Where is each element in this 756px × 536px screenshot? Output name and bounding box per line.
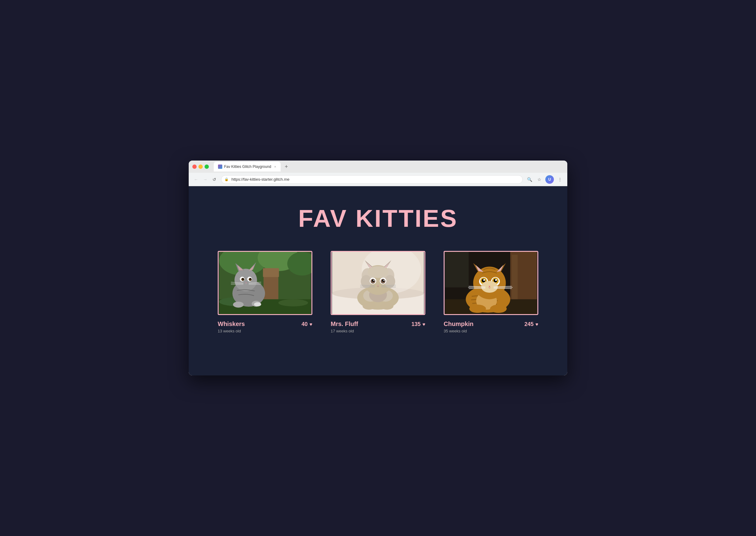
kitty-age-label-mrs-fluff: 17 weeks old <box>331 329 358 333</box>
new-tab-button[interactable]: + <box>283 164 290 170</box>
kitties-grid: Whiskers 13 weeks old 40 ♥ <box>218 251 538 333</box>
user-avatar[interactable]: U <box>545 175 554 184</box>
svg-point-65 <box>380 303 394 310</box>
kitty-info-chumpkin: Chumpkin 35 weeks old 245 ♥ <box>444 320 538 333</box>
svg-point-19 <box>242 278 244 279</box>
kitty-card-chumpkin: Chumpkin 35 weeks old 245 ♥ <box>444 251 538 333</box>
kitty-likes-count-mrs-fluff: 135 <box>411 321 421 327</box>
address-input[interactable]: 🔒 https://fav-kitties-starter.glitch.me <box>221 175 523 184</box>
browser-actions: 🔍 ☆ U ⋮ <box>526 175 564 184</box>
heart-icon-chumpkin: ♥ <box>535 322 538 327</box>
traffic-lights <box>192 164 209 169</box>
url-text: https://fav-kitties-starter.glitch.me <box>231 177 290 182</box>
page-title: FAV KITTIES <box>298 205 458 233</box>
kitty-name-label-whiskers: Whiskers <box>218 320 245 327</box>
bookmark-button[interactable]: ☆ <box>535 176 543 183</box>
menu-button[interactable]: ⋮ <box>556 176 564 183</box>
browser-tab-active[interactable]: Fav Kitties Glitch Playground × <box>214 162 281 172</box>
heart-icon-mrs-fluff: ♥ <box>423 322 426 327</box>
kitty-likes-whiskers[interactable]: 40 ♥ <box>301 321 312 327</box>
security-lock-icon: 🔒 <box>224 177 229 181</box>
kitty-image-mrs-fluff <box>331 251 425 315</box>
title-bar: Fav Kitties Glitch Playground × + <box>189 160 567 173</box>
maximize-window-button[interactable] <box>205 164 209 169</box>
svg-point-95 <box>490 305 506 313</box>
kitty-likes-chumpkin[interactable]: 245 ♥ <box>524 321 538 327</box>
kitty-card-mrs-fluff: Mrs. Fluff 17 weeks old 135 ♥ <box>331 251 425 333</box>
reload-button[interactable]: ↺ <box>211 176 218 183</box>
svg-point-55 <box>373 280 374 281</box>
svg-line-93 <box>494 288 512 288</box>
kitty-card-whiskers: Whiskers 13 weeks old 40 ♥ <box>218 251 312 333</box>
svg-point-56 <box>383 280 384 281</box>
tab-bar: Fav Kitties Glitch Playground × + <box>214 162 564 172</box>
svg-point-94 <box>469 305 486 313</box>
back-button[interactable]: ← <box>192 176 200 183</box>
kitty-age-label-chumpkin: 35 weeks old <box>444 329 473 333</box>
svg-rect-67 <box>445 252 469 287</box>
forward-button[interactable]: → <box>201 176 209 183</box>
kitty-name-label-chumpkin: Chumpkin <box>444 320 473 327</box>
svg-point-48 <box>368 266 388 278</box>
kitty-age-label-whiskers: 13 weeks old <box>218 329 245 333</box>
svg-point-8 <box>278 299 308 306</box>
page-content: FAV KITTIES <box>189 186 567 376</box>
svg-point-28 <box>233 302 244 307</box>
kitty-image-whiskers <box>218 251 312 315</box>
tab-favicon-icon <box>218 164 222 169</box>
nav-buttons: ← → ↺ <box>192 176 218 183</box>
svg-point-64 <box>362 303 376 310</box>
svg-rect-5 <box>263 268 279 277</box>
kitty-name-label-mrs-fluff: Mrs. Fluff <box>331 320 358 327</box>
svg-point-85 <box>495 279 497 281</box>
kitty-info-mrs-fluff: Mrs. Fluff 17 weeks old 135 ♥ <box>331 320 425 333</box>
kitty-name-age-mrs-fluff: Mrs. Fluff 17 weeks old <box>331 320 358 333</box>
close-window-button[interactable] <box>192 164 197 169</box>
kitty-likes-mrs-fluff[interactable]: 135 ♥ <box>411 321 425 327</box>
kitty-likes-count-chumpkin: 245 <box>524 321 533 327</box>
svg-point-20 <box>250 278 251 279</box>
kitty-likes-count-whiskers: 40 <box>301 321 307 327</box>
kitty-name-age-chumpkin: Chumpkin 35 weeks old <box>444 320 473 333</box>
svg-point-30 <box>254 302 261 307</box>
svg-point-84 <box>483 279 485 281</box>
address-bar: ← → ↺ 🔒 https://fav-kitties-starter.glit… <box>189 173 567 186</box>
tab-close-button[interactable]: × <box>274 165 276 169</box>
kitty-image-chumpkin <box>444 251 538 315</box>
minimize-window-button[interactable] <box>198 164 203 169</box>
svg-point-10 <box>234 269 257 291</box>
kitty-name-age-whiskers: Whiskers 13 weeks old <box>218 320 245 333</box>
tab-title: Fav Kitties Glitch Playground <box>224 164 271 169</box>
heart-icon-whiskers: ♥ <box>310 322 313 327</box>
svg-line-90 <box>469 288 485 288</box>
browser-window: Fav Kitties Glitch Playground × + ← → ↺ … <box>189 160 567 376</box>
search-button[interactable]: 🔍 <box>526 176 533 183</box>
kitty-info-whiskers: Whiskers 13 weeks old 40 ♥ <box>218 320 312 333</box>
